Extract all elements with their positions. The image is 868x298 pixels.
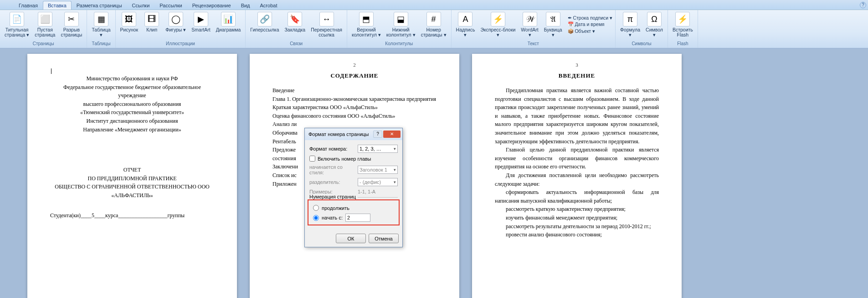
tab-разметка страницы[interactable]: Разметка страницы [72, 1, 127, 10]
ribbon-icon: Ω [647, 12, 662, 26]
ribbon-icon: ⬓ [394, 12, 408, 26]
ribbon-button[interactable]: 🔗Гиперссылка [248, 11, 281, 33]
ribbon-button[interactable]: ▶SmartArt [190, 11, 212, 33]
dialog-titlebar: Формат номера страницы ? ✕ [305, 128, 402, 140]
ribbon-label: Встроить Flash [673, 27, 693, 37]
tab-acrobat[interactable]: Acrobat [255, 1, 282, 10]
ribbon-group-Колонтитулы: ⬒Верхний колонтитул ▾⬓Нижний колонтитул … [347, 10, 452, 48]
ribbon-side-item[interactable]: ✒ Строка подписи ▾ [568, 15, 613, 21]
tab-вставка[interactable]: Вставка [43, 1, 72, 10]
starts-with-label: начинается со стиля: [309, 164, 355, 175]
body-paragraph: Главной целью данной преддипломной практ… [495, 146, 659, 171]
ribbon-group-label: Таблицы [92, 40, 111, 47]
ribbon-label: Надпись ▾ [456, 27, 475, 37]
title-page-mid-line: ПО ПРЕДДИПЛОМНОЙ ПРАКТИКЕ [50, 174, 214, 183]
ribbon-label: WordArt ▾ [521, 27, 538, 37]
ribbon-icon: 🔗 [257, 12, 272, 26]
ribbon-button[interactable]: 🎞Клип [142, 11, 162, 33]
highlighted-region: продолжить начать с: [308, 199, 400, 225]
tab-рецензирование[interactable]: Рецензирование [187, 1, 236, 10]
ribbon-button[interactable]: #Номер страницы ▾ [419, 11, 448, 38]
starts-with-select: Заголовок 1 [358, 166, 398, 174]
ribbon-icon: 🖼 [122, 12, 136, 26]
task-line: рассмотреть краткую характеристику предп… [495, 205, 659, 214]
ribbon-tabs: ГлавнаяВставкаРазметка страницыСсылкиРас… [0, 0, 868, 10]
ribbon-label: SmartArt [191, 27, 210, 32]
ribbon-label: Диаграмма [216, 27, 241, 32]
ribbon-button[interactable]: 𝔄Буквица ▾ [542, 11, 564, 38]
ribbon-icon: 𝔄 [546, 12, 560, 26]
ribbon-icon: ▶ [194, 12, 208, 26]
ribbon-icon: 📄 [10, 12, 24, 26]
ribbon-label: Экспресс-блоки ▾ [480, 27, 515, 37]
ribbon-icon: π [623, 12, 637, 26]
ribbon-label: Титульная страница ▾ [5, 27, 29, 37]
ribbon-group-label: Текст [528, 40, 539, 47]
ribbon-button[interactable]: πФормула ▾ [618, 11, 642, 38]
ribbon-icon: ⬜ [38, 12, 52, 26]
toc-line: Введение [272, 86, 437, 95]
ribbon: 📄Титульная страница ▾⬜Пустая страница✂Ра… [0, 10, 868, 48]
ribbon-icon: ↔ [319, 12, 334, 26]
dialog-close-button[interactable]: ✕ [383, 131, 401, 138]
ribbon-side-item[interactable]: 📅 Дата и время [568, 21, 613, 27]
dialog-help-button[interactable]: ? [373, 131, 382, 138]
include-chapter-label: Включить номер главы [318, 156, 371, 162]
continue-radio[interactable] [313, 205, 319, 211]
separator-select: - (дефис) [358, 178, 398, 186]
ribbon-button[interactable]: 📊Диаграмма [214, 11, 243, 33]
start-at-radio[interactable] [313, 215, 319, 221]
format-select[interactable]: 1, 2, 3, … [358, 145, 398, 153]
ribbon-label: Формула ▾ [620, 27, 640, 37]
title-page-line: Министерство образования и науки РФ [50, 74, 214, 83]
ribbon-icon: ⚡ [491, 12, 505, 26]
examples-value: 1-1, 1-A [358, 189, 375, 194]
ribbon-button[interactable]: ↔Перекрестная ссылка [309, 11, 344, 38]
ribbon-button[interactable]: ⬒Верхний колонтитул ▾ [350, 11, 383, 38]
ribbon-button[interactable]: 📄Титульная страница ▾ [3, 11, 31, 38]
tab-главная[interactable]: Главная [14, 1, 43, 10]
ribbon-button[interactable]: ⚡Экспресс-блоки ▾ [478, 11, 517, 38]
ribbon-button[interactable]: AНадпись ▾ [454, 11, 477, 38]
ribbon-group-label: Символы [632, 40, 651, 47]
ribbon-label: Верхний колонтитул ▾ [352, 27, 381, 37]
ribbon-icon: ▦ [94, 12, 108, 26]
ribbon-group-Текст: AНадпись ▾⚡Экспресс-блоки ▾𝒲WordArt ▾𝔄Бу… [452, 10, 616, 48]
ribbon-button[interactable]: ⚡Встроить Flash [671, 11, 695, 38]
ribbon-side-item[interactable]: 📦 Объект ▾ [568, 28, 613, 34]
ribbon-button[interactable]: ⬜Пустая страница [33, 11, 57, 38]
tab-рассылки[interactable]: Рассылки [154, 1, 187, 10]
title-page-mid-line: ОТЧЕТ [50, 166, 214, 174]
ribbon-icon: ⬒ [359, 12, 374, 26]
ribbon-label: Буквица ▾ [544, 27, 562, 37]
ribbon-button[interactable]: ◯Фигуры ▾ [164, 11, 188, 33]
ribbon-icon: ✂ [64, 12, 79, 26]
ribbon-button[interactable]: 🔖Закладка [283, 11, 308, 33]
ribbon-icon: # [426, 12, 441, 26]
start-at-input[interactable] [345, 214, 370, 222]
ribbon-icon: 🎞 [144, 12, 159, 26]
tab-ссылки[interactable]: Ссылки [127, 1, 155, 10]
ribbon-icon: ◯ [169, 12, 183, 26]
ribbon-group-Символы: πФормула ▾ΩСимвол ▾Символы [616, 10, 668, 48]
help-button[interactable]: ? [860, 2, 866, 8]
ribbon-button[interactable]: 𝒲WordArt ▾ [519, 11, 540, 38]
page-1: Министерство образования и науки РФФедер… [27, 54, 237, 298]
ribbon-icon: 𝒲 [523, 12, 537, 26]
include-chapter-checkbox[interactable] [309, 156, 315, 162]
ribbon-label: Пустая страница [35, 27, 55, 37]
task-line: сформировать актуальность информационной… [495, 188, 659, 205]
ribbon-button[interactable]: ▦Таблица ▾ [90, 11, 112, 38]
ribbon-button[interactable]: ✂Разрыв страницы [59, 11, 84, 38]
tab-вид[interactable]: Вид [236, 1, 255, 10]
ribbon-button[interactable]: ⬓Нижний колонтитул ▾ [385, 11, 417, 38]
ribbon-label: Закладка [285, 27, 306, 32]
ribbon-button[interactable]: 🖼Рисунок [118, 11, 140, 33]
task-line: изучить финансовый менеджмент предприяти… [495, 214, 659, 222]
title-page-line: «Тюменский государственный университет» [50, 108, 214, 117]
ribbon-button[interactable]: ΩСимвол ▾ [644, 11, 665, 38]
cancel-button[interactable]: Отмена [369, 234, 399, 243]
ribbon-label: Разрыв страницы [61, 27, 82, 37]
format-label: Формат номера: [309, 146, 355, 152]
ok-button[interactable]: ОК [336, 234, 366, 243]
